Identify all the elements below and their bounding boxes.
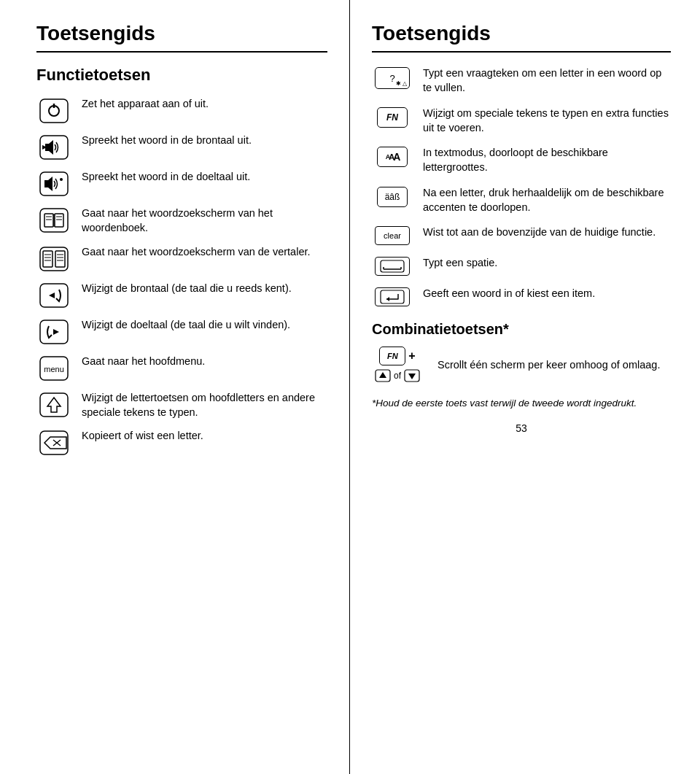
svg-rect-12 — [44, 214, 53, 227]
svg-marker-45 — [379, 372, 386, 378]
right-key-row-question: ? ✱ △ Typt een vraagteken om een letter … — [372, 66, 671, 96]
left-key-list: Zet het apparaat aan of uit. ▶ — [36, 96, 327, 456]
lang-source-icon — [36, 282, 71, 309]
left-page-title: Toetsengids — [36, 22, 327, 53]
right-key-text-accent: Na een letter, druk herhaaldelijk om de … — [423, 185, 671, 215]
svg-text:▶: ▶ — [42, 144, 47, 150]
key-row-backspace: Kopieert of wist een letter. — [36, 428, 327, 456]
svg-rect-20 — [43, 251, 52, 267]
right-key-text-space: Typt een spatie. — [423, 255, 671, 270]
right-key-row-aaa: AAA In textmodus, doorloopt de beschikba… — [372, 145, 671, 175]
svg-rect-13 — [55, 214, 63, 227]
right-key-row-space: Typt een spatie. — [372, 255, 671, 276]
key-row-power: Zet het apparaat aan of uit. — [36, 96, 327, 124]
speaker-target-icon — [36, 171, 71, 197]
right-key-row-enter: Geeft een woord in of kiest een item. — [372, 286, 671, 306]
key-text-menu: Gaat naar het hoofdmenu. — [82, 354, 327, 368]
key-row-lang-source: Wijzigt de brontaal (de taal die u reeds… — [36, 281, 327, 309]
svg-marker-47 — [408, 374, 416, 379]
power-icon — [36, 98, 71, 124]
right-key-text-aaa: In textmodus, doorloopt de beschikbare l… — [423, 145, 671, 175]
key-text-book: Gaat naar het woordzoekscherm van het wo… — [82, 206, 327, 236]
enter-key-icon — [372, 287, 413, 306]
right-key-row-accent: äâß Na een letter, druk herhaaldelijk om… — [372, 185, 671, 215]
key-row-book: Gaat naar het woordzoekscherm van het wo… — [36, 206, 327, 236]
right-key-row-fn: FN Wijzigt om speciale tekens te typen e… — [372, 106, 671, 136]
combo-text: Scrollt één scherm per keer omhoog of om… — [438, 357, 671, 372]
key-row-speaker-target: Spreekt het woord in de doeltaal uit. — [36, 169, 327, 197]
aaa-key-icon: AAA — [372, 147, 413, 167]
clear-label: clear — [375, 226, 410, 245]
menu-icon: menu — [36, 355, 71, 382]
combo-title: Combinatietoetsen* — [372, 321, 671, 338]
question-key-icon: ? ✱ △ — [372, 67, 413, 89]
book-icon — [36, 207, 71, 233]
key-text-power: Zet het apparaat aan of uit. — [82, 96, 327, 111]
key-text-translate: Gaat naar het woordzoekscherm van de ver… — [82, 244, 327, 259]
svg-rect-21 — [55, 251, 65, 267]
right-key-text-question: Typt een vraagteken om een letter in een… — [423, 66, 671, 96]
svg-rect-38 — [381, 260, 404, 272]
key-text-speaker-target: Spreekt het woord in de doeltaal uit. — [82, 169, 327, 184]
combo-fn-plus: FN + — [379, 347, 415, 365]
clear-key-icon: clear — [372, 226, 413, 245]
svg-marker-5 — [49, 140, 53, 155]
key-text-lang-target: Wijzigt de doeltaal (de taal die u wilt … — [82, 317, 327, 332]
svg-text:menu: menu — [44, 365, 64, 374]
combo-section: Combinatietoetsen* FN + of — [372, 321, 671, 411]
section-title: Functietoetsen — [36, 66, 327, 85]
svg-point-10 — [60, 178, 63, 181]
translate-icon — [36, 246, 71, 272]
key-text-lang-source: Wijzigt de brontaal (de taal die u reeds… — [82, 281, 327, 295]
combo-icons: FN + of — [372, 347, 423, 382]
page: Toetsengids Functietoetsen Zet het appar… — [0, 0, 700, 774]
key-row-lang-target: Wijzigt de doeltaal (de taal die u wilt … — [36, 317, 327, 345]
svg-rect-8 — [44, 180, 48, 187]
accent-key-icon: äâß — [372, 187, 413, 207]
svg-rect-7 — [40, 172, 68, 196]
key-text-backspace: Kopieert of wist een letter. — [82, 428, 327, 443]
combo-row: FN + of Scroll — [372, 347, 671, 382]
key-text-speaker-source: Spreekt het woord in de brontaal uit. — [82, 133, 327, 147]
right-key-list: ? ✱ △ Typt een vraagteken om een letter … — [372, 66, 671, 306]
page-number: 53 — [372, 422, 671, 434]
svg-marker-33 — [47, 398, 61, 412]
right-column: Toetsengids ? ✱ △ Typt een vraagteken om… — [350, 0, 700, 774]
key-row-speaker-source: ▶ Spreekt het woord in de brontaal uit. — [36, 133, 327, 160]
speaker-source-icon: ▶ — [36, 134, 71, 160]
key-row-translate: Gaat naar het woordzoekscherm van de ver… — [36, 244, 327, 272]
svg-rect-0 — [40, 99, 68, 123]
left-column: Toetsengids Functietoetsen Zet het appar… — [0, 0, 350, 774]
lang-target-icon — [36, 319, 71, 345]
key-row-shift: Wijzigt de lettertoetsen om hoofdletters… — [36, 390, 327, 420]
shift-icon — [36, 392, 71, 418]
right-key-text-clear: Wist tot aan de bovenzijde van de huidig… — [423, 225, 671, 239]
svg-marker-35 — [44, 437, 66, 449]
right-key-text-fn: Wijzigt om speciale tekens te typen en e… — [423, 106, 671, 136]
right-key-text-enter: Geeft een woord in of kiest een item. — [423, 286, 671, 301]
space-key-icon — [372, 257, 413, 276]
footnote: *Houd de eerste toets vast terwijl de tw… — [372, 397, 671, 411]
fn-key-icon: FN — [372, 107, 413, 128]
key-text-shift: Wijzigt de lettertoetsen om hoofdletters… — [82, 390, 327, 420]
key-row-menu: menu Gaat naar het hoofdmenu. — [36, 354, 327, 382]
right-page-title: Toetsengids — [372, 22, 671, 53]
right-key-row-clear: clear Wist tot aan de bovenzijde van de … — [372, 225, 671, 245]
svg-marker-9 — [48, 177, 52, 191]
svg-rect-42 — [381, 290, 404, 303]
svg-marker-43 — [386, 297, 389, 301]
backspace-icon — [36, 430, 71, 456]
